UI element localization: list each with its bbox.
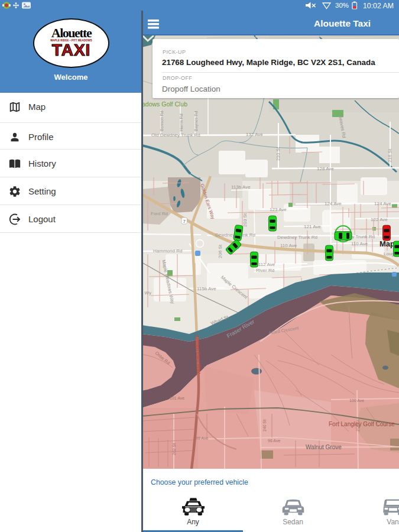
svg-text:124 Ave: 124 Ave — [374, 201, 391, 206]
svg-text:121 Ave: 121 Ave — [304, 224, 321, 229]
svg-text:202 St: 202 St — [172, 443, 176, 455]
svg-text:10:02 AM: 10:02 AM — [363, 2, 394, 10]
svg-text:Bonson Rd: Bonson Rd — [160, 111, 164, 131]
svg-text:206 St: 206 St — [218, 244, 223, 258]
svg-text:30%: 30% — [335, 2, 349, 9]
svg-text:203 St: 203 St — [242, 213, 248, 227]
svg-text:128 Ave: 128 Ave — [317, 166, 334, 171]
svg-text:Baynes Rd: Baynes Rd — [194, 111, 199, 131]
svg-text:122 Ave: 122 Ave — [371, 217, 388, 222]
svg-text:110 Ave: 110 Ave — [351, 241, 368, 246]
svg-text:Walnut Grove: Walnut Grove — [306, 444, 342, 450]
svg-text:Harris Rd: Harris Rd — [179, 113, 183, 131]
svg-text:Fort Langley Golf Course: Fort Langley Golf Course — [329, 421, 395, 427]
svg-text:100 Ave: 100 Ave — [349, 398, 364, 403]
svg-text:t Wy: t Wy — [142, 290, 151, 296]
svg-text:adows Golf Club: adows Golf Club — [142, 100, 187, 108]
svg-text:Dewdney Trunk Rd: Dewdney Trunk Rd — [277, 235, 317, 240]
svg-text:240 St: 240 St — [262, 420, 267, 432]
svg-text:113b Ave: 113b Ave — [231, 184, 251, 190]
svg-text:Ford Rd: Ford Rd — [151, 211, 168, 216]
svg-text:Old Dewdney Trunk Rd: Old Dewdney Trunk Rd — [151, 132, 200, 138]
svg-text:123 Ave: 123 Ave — [270, 207, 287, 212]
svg-text:216 St: 216 St — [387, 148, 392, 163]
svg-text:124 Ave: 124 Ave — [325, 201, 342, 206]
svg-text:115b Ave: 115b Ave — [197, 286, 216, 291]
svg-text:101 Ave: 101 Ave — [170, 396, 184, 400]
svg-text:110 Ave: 110 Ave — [280, 243, 297, 248]
svg-text:Hammond Rd: Hammond Rd — [153, 248, 182, 254]
svg-text:112 Ave: 112 Ave — [258, 262, 275, 267]
svg-text:River Rd: River Rd — [256, 268, 274, 273]
svg-text:132 Ave: 132 Ave — [246, 132, 263, 137]
svg-text:7: 7 — [183, 219, 186, 224]
svg-text:88 Ave: 88 Ave — [196, 436, 208, 440]
svg-text:210 St: 210 St — [275, 147, 281, 161]
svg-text:96 Ave: 96 Ave — [268, 439, 280, 443]
